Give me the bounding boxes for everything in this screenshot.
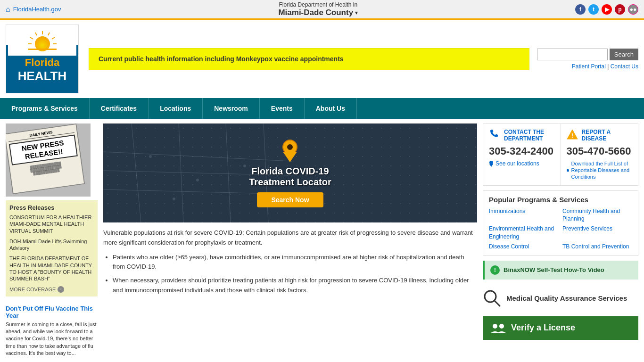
svg-line-13 — [179, 123, 183, 222]
program-community-health[interactable]: Community Health and Planning — [562, 207, 632, 223]
people-icon — [490, 323, 506, 333]
contact-row: CONTACT THE DEPARTMENT 305-324-2400 See … — [483, 123, 638, 186]
content: DAILY NEWS NEW PRESS RELEASE!! ▓▓▓▓▓▓▓▓▓… — [0, 119, 644, 362]
verify-license-button[interactable]: Verify a License — [483, 316, 638, 340]
home-icon: ⌂ — [6, 5, 10, 14]
download-diseases-link[interactable]: Download the Full List of Reportable Dis… — [567, 160, 633, 181]
see-locations-link[interactable]: See our locations — [489, 160, 555, 167]
svg-rect-8 — [28, 49, 57, 50]
alert-banner: Current public health information includ… — [89, 48, 529, 70]
svg-point-17 — [196, 179, 199, 181]
covid-content: Florida COVID-19Treatment Locator Search… — [249, 139, 331, 207]
location-pin-sm-icon — [489, 160, 494, 167]
contact-us-link[interactable]: Contact Us — [611, 63, 638, 70]
top-bar-center: Florida Department of Health in Miami-Da… — [278, 1, 358, 17]
svg-line-30 — [495, 301, 500, 306]
search-button[interactable]: Search — [610, 49, 638, 60]
phone-svg-icon — [489, 129, 500, 140]
article-bullet-1: Patients who are older (≥65 years), have… — [113, 253, 477, 272]
svg-point-31 — [493, 324, 497, 329]
svg-marker-24 — [489, 164, 493, 167]
social-links: f t ▶ p ●● — [575, 4, 638, 15]
medical-quality-title: Medical Quality Assurance Services — [506, 294, 627, 302]
phone-icon — [489, 129, 500, 140]
svg-point-32 — [499, 324, 504, 329]
dropdown-icon[interactable]: ▾ — [355, 9, 358, 16]
flu-article-body: Summer is coming to a close, fall is jus… — [6, 321, 98, 357]
document-icon — [567, 166, 570, 174]
covid-title: Florida COVID-19Treatment Locator — [249, 166, 331, 188]
magnifier-icon — [483, 289, 502, 308]
nav-certificates[interactable]: Certificates — [90, 98, 149, 119]
binax-banner[interactable]: ! BinaxNOW Self-Test How-To Video — [483, 261, 638, 280]
svg-line-14 — [226, 123, 231, 222]
program-immunizations[interactable]: Immunizations — [489, 207, 559, 223]
more-coverage-arrow-icon: › — [58, 286, 64, 293]
program-preventive-services[interactable]: Preventive Services — [562, 225, 632, 241]
nav-programs-services[interactable]: Programs & Services — [0, 98, 90, 119]
nav-newsroom[interactable]: Newsroom — [203, 98, 260, 119]
verify-license-text: Verify a License — [511, 323, 575, 333]
report-disease-phone: 305-470-5660 — [567, 145, 633, 157]
top-bar-left: ⌂ FloridaHealth.gov — [6, 5, 61, 14]
main-article: Vulnerable populations at risk for sever… — [103, 228, 477, 296]
svg-marker-28 — [568, 169, 569, 170]
article-intro: Vulnerable populations at risk for sever… — [103, 228, 477, 248]
youtube-icon[interactable]: ▶ — [602, 4, 612, 15]
svg-point-19 — [173, 197, 175, 200]
svg-marker-22 — [283, 152, 297, 162]
covid-search-button[interactable]: Search Now — [257, 192, 323, 207]
location-pin-icon — [281, 139, 299, 162]
program-environmental-health[interactable]: Environmental Health and Engineering — [489, 225, 559, 241]
flickr-icon[interactable]: ●● — [628, 4, 638, 15]
program-tb-control[interactable]: TB Control and Prevention — [562, 243, 632, 251]
medical-quality-section: Medical Quality Assurance Services — [483, 284, 638, 313]
svg-point-16 — [149, 155, 152, 158]
pinterest-icon[interactable]: p — [615, 4, 625, 15]
facebook-icon[interactable]: f — [575, 4, 586, 15]
newspaper-image: DAILY NEWS NEW PRESS RELEASE!! ▓▓▓▓▓▓▓▓▓… — [6, 123, 91, 197]
nav-events[interactable]: Events — [260, 98, 305, 119]
svg-text:!: ! — [571, 132, 573, 139]
county-name: Miami-Dade County — [278, 8, 353, 17]
header: Florida HEALTH Miami-Dade County Current… — [0, 20, 644, 98]
press-releases-box: Press Releases CONSORTIUM FOR A HEALTHIE… — [6, 200, 98, 296]
svg-point-21 — [287, 144, 293, 150]
flu-article-title[interactable]: Don't Put Off Flu Vaccine This Year — [6, 305, 98, 319]
main-nav: Programs & Services Certificates Locatio… — [0, 98, 644, 119]
warning-svg-icon: ! — [567, 129, 578, 140]
header-links: Patient Portal | Contact Us — [537, 63, 638, 70]
twitter-icon[interactable]: t — [588, 4, 599, 15]
site-link[interactable]: FloridaHealth.gov — [13, 6, 61, 13]
covid-banner: Florida COVID-19Treatment Locator Search… — [103, 123, 477, 222]
contact-dept-label: CONTACT THE DEPARTMENT — [504, 129, 555, 142]
nav-locations[interactable]: Locations — [149, 98, 203, 119]
nav-about-us[interactable]: About Us — [305, 98, 357, 119]
article-bullet-2: When necessary, providers should priorit… — [113, 276, 477, 296]
patient-portal-link[interactable]: Patient Portal — [572, 63, 606, 70]
article-bullets: Patients who are older (≥65 years), have… — [113, 253, 477, 296]
program-disease-control[interactable]: Disease Control — [489, 243, 559, 251]
more-coverage[interactable]: MORE COVERAGE › — [9, 286, 94, 293]
logo-florida: Florida — [25, 57, 59, 68]
search-input[interactable] — [537, 49, 608, 60]
search-area: Search Patient Portal | Contact Us — [537, 49, 638, 70]
top-bar: ⌂ FloridaHealth.gov Florida Department o… — [0, 0, 644, 20]
search-form: Search — [537, 49, 638, 60]
center-column: Florida COVID-19Treatment Locator Search… — [103, 123, 477, 361]
flu-article: Don't Put Off Flu Vaccine This Year Summ… — [6, 301, 98, 361]
contact-dept-box: CONTACT THE DEPARTMENT 305-324-2400 See … — [483, 124, 561, 185]
left-column: DAILY NEWS NEW PRESS RELEASE!! ▓▓▓▓▓▓▓▓▓… — [6, 123, 98, 361]
logo-box: Florida HEALTH Miami-Dade County — [6, 25, 79, 93]
dept-label: Florida Department of Health in — [278, 1, 358, 8]
svg-line-3 — [35, 33, 37, 35]
binax-text: BinaxNOW Self-Test How-To Video — [504, 266, 604, 273]
press-release-item-2: DOH-Miami-Dade Lifts Swimming Advisory — [9, 238, 94, 252]
medical-quality-text: Medical Quality Assurance Services — [506, 294, 627, 302]
svg-point-18 — [243, 165, 246, 167]
svg-line-2 — [52, 37, 55, 39]
logo-county: Miami-Dade County — [8, 85, 76, 91]
warning-icon: ! — [567, 129, 578, 140]
press-releases-title: Press Releases — [9, 204, 94, 211]
svg-line-4 — [30, 37, 33, 39]
